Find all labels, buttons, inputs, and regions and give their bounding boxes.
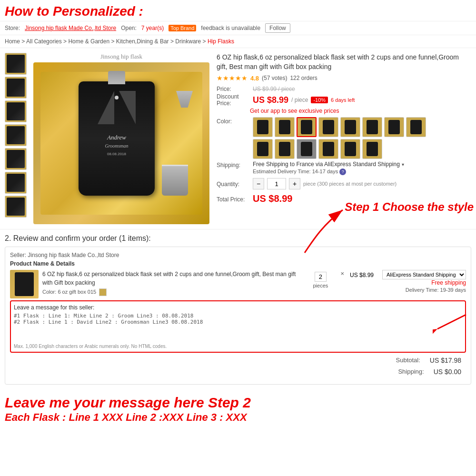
color-swatches-container [253, 117, 426, 159]
order-item-description: 6 OZ hip flask,6 oz personalized black f… [42, 270, 302, 296]
thumbnail-7[interactable] [5, 196, 27, 218]
order-thumb-inner [15, 272, 34, 296]
subtotal-label: Subtotal: [396, 357, 420, 364]
quantity-increase-button[interactable]: + [289, 178, 300, 189]
order-unit-price-value: US $8.99 [350, 272, 374, 278]
breadcrumb: Home > All Categories > Home & Garden > … [0, 35, 476, 48]
order-color-value: 6 oz gift box 015 [58, 289, 96, 295]
breadcrumb-current: Hip Flasks [208, 38, 234, 45]
discount-price: US $8.99 [253, 95, 288, 105]
message-textarea[interactable] [14, 313, 462, 341]
swatch-inner-6 [363, 118, 382, 137]
price-label: Price: [217, 86, 250, 92]
color-swatch-9[interactable] [253, 139, 273, 159]
swatch-inner-5 [341, 118, 360, 137]
color-swatch-1[interactable] [253, 117, 273, 137]
color-swatch-8[interactable] [406, 117, 426, 137]
color-swatch-7[interactable] [384, 117, 404, 137]
thumbnail-6[interactable] [5, 172, 27, 194]
delivery-help-icon[interactable]: ? [339, 169, 346, 175]
app-price-link[interactable]: Get our app to see exclusive prices [250, 108, 469, 114]
stars-row: ★★★★★ 4.8 (57 votes) 122 orders [217, 74, 469, 82]
subtotal-row: Subtotal: US $17.98 [10, 353, 466, 368]
review-title: 2. Review and confirm your order (1 item… [5, 234, 471, 243]
color-swatch-12[interactable] [318, 139, 338, 159]
color-row-2 [253, 139, 426, 159]
quantity-decrease-button[interactable]: − [253, 178, 264, 189]
shipping-cost-value: US $0.00 [434, 368, 461, 376]
swatch-inner-1 [253, 118, 272, 137]
votes-count[interactable]: (57 votes) [262, 75, 287, 81]
total-row: Total Price: US $8.99 [217, 193, 469, 204]
breadcrumb-home-garden[interactable]: Home & Garden [68, 38, 109, 45]
thumbnail-4[interactable] [5, 124, 27, 146]
product-title: 6 OZ hip flask,6 oz personalized black f… [217, 53, 469, 71]
color-section: Color: [217, 117, 469, 159]
store-label: Store: [5, 25, 20, 31]
follow-button[interactable]: Follow [265, 23, 290, 33]
price-section: Price: US $9.99 / piece Discount Price: … [217, 86, 469, 114]
order-item-row: 6 OZ hip flask,6 oz personalized black f… [10, 270, 466, 298]
store-name-link[interactable]: Jinsong hip flask Made Co.,ltd Store [25, 25, 116, 31]
order-qty-box[interactable]: 2 [315, 272, 327, 282]
feedback-text: feedback is unavailable [201, 25, 260, 31]
swatch-flask-14 [367, 142, 378, 156]
times-symbol: × [338, 270, 346, 277]
swatch-inner-9 [253, 139, 272, 159]
swatch-flask-5 [345, 120, 356, 134]
color-swatch-4[interactable] [318, 117, 338, 137]
thumbnail-list [5, 53, 29, 224]
thumbnail-1[interactable] [5, 53, 27, 75]
breadcrumb-all-categories[interactable]: All Categories [26, 38, 62, 45]
swatch-inner-12 [319, 139, 338, 159]
breadcrumb-kitchen[interactable]: Kitchen,Dining & Bar [116, 38, 169, 45]
thumbnail-3[interactable] [5, 100, 27, 122]
color-swatch-5[interactable] [340, 117, 360, 137]
order-color-info: Color: 6 oz gift box 015 [42, 288, 302, 296]
breadcrumb-home[interactable]: Home [5, 38, 20, 45]
color-swatch-6[interactable] [362, 117, 382, 137]
product-details: 6 OZ hip flask,6 oz personalized black f… [214, 53, 471, 224]
color-swatch-14[interactable] [362, 139, 382, 159]
swatch-flask-8 [410, 120, 422, 134]
brand-label: Jinsong hip flask [33, 53, 209, 60]
quantity-row: Quantity: − + piece (300 pieces at most … [217, 178, 469, 189]
color-swatch-13[interactable] [340, 139, 360, 159]
order-shipping-select[interactable]: AliExpress Standard Shipping [382, 270, 466, 279]
swatch-inner-4 [319, 118, 338, 137]
thumbnail-5[interactable] [5, 148, 27, 170]
color-label: Color: [217, 117, 250, 159]
order-qty-section: 2 pieces [306, 270, 335, 288]
swatch-flask-6 [367, 120, 378, 134]
how-to-title: How to Personalized : [5, 4, 143, 19]
product-name-details-label: Product Name & Details [10, 260, 466, 267]
thumb-image-6 [7, 174, 25, 192]
per-piece-label: / piece [291, 97, 308, 103]
product-area: Jinsong hip flask [0, 48, 476, 229]
order-pieces-label: pieces [306, 283, 335, 288]
color-swatch-2[interactable] [275, 117, 295, 137]
breadcrumb-drinkware[interactable]: Drinkware [175, 38, 201, 45]
open-label: Open: [121, 25, 137, 31]
bottom-annotation: Leave me your message here Step 2 Each F… [0, 389, 476, 424]
quantity-input[interactable] [267, 178, 286, 189]
thumb-image-5 [7, 150, 25, 168]
thumb-image-2 [7, 79, 25, 97]
original-price: US $9.99 / piece [253, 86, 295, 92]
thumb-image-1 [7, 55, 25, 73]
discount-label: Discount Price: [217, 93, 250, 107]
swatch-flask-4 [323, 120, 334, 134]
shipping-main: Free Shipping to France via AliExpress S… [253, 161, 469, 168]
thumb-image-4 [7, 126, 25, 144]
thumbnail-2[interactable] [5, 77, 27, 99]
discount-price-row: Discount Price: US $8.99 / piece -10% 6 … [217, 93, 469, 107]
bottom-line1: Leave me your message here Step 2 [5, 394, 471, 411]
shipping-chevron-icon[interactable]: ▾ [402, 162, 404, 167]
top-brand-badge: Top Brand [169, 25, 196, 31]
quantity-section: Quantity: − + piece (300 pieces at most … [217, 178, 469, 189]
color-swatch-10[interactable] [275, 139, 295, 159]
color-swatch-11[interactable] [297, 139, 317, 159]
main-product-image[interactable]: Andrew Groomsman 08.08.2018 [33, 62, 209, 224]
delivery-time-label: Delivery Time: 19-39 days [382, 287, 466, 293]
color-swatch-3[interactable] [297, 117, 317, 137]
